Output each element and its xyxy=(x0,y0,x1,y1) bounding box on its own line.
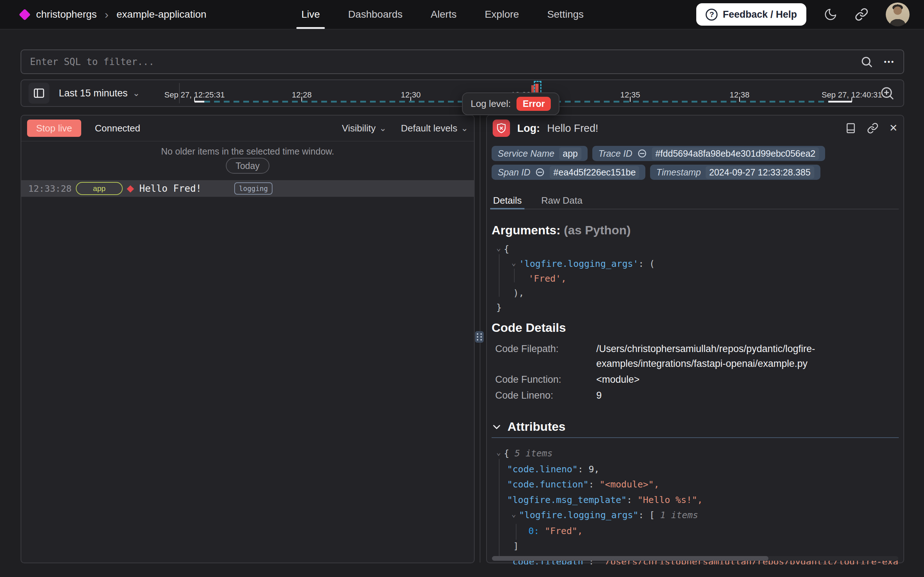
service-badge: app xyxy=(76,182,123,195)
breadcrumb-project[interactable]: example-application xyxy=(117,9,206,20)
breadcrumb: christophergs › example-application xyxy=(21,0,206,29)
copy-link-icon[interactable] xyxy=(867,122,879,134)
connection-status: Connected xyxy=(95,123,140,134)
arguments-code-block: ⌄{ ⌄'logfire.logging_args': ( 'Fred', ),… xyxy=(496,242,898,315)
tab-alerts[interactable]: Alerts xyxy=(431,0,456,29)
sql-filter-bar: ••• xyxy=(21,50,904,74)
log-time: 12:33:28 xyxy=(28,184,71,194)
service-name-badge[interactable]: Service Name app xyxy=(492,146,588,161)
tab-settings[interactable]: Settings xyxy=(547,0,583,29)
timeline-end-cap xyxy=(828,101,852,103)
divider xyxy=(492,437,899,438)
tab-raw-data[interactable]: Raw Data xyxy=(540,195,583,209)
breadcrumb-org[interactable]: christophergs xyxy=(36,9,97,20)
stop-live-button[interactable]: Stop live xyxy=(27,119,81,137)
nav-actions: ? Feedback / Help xyxy=(696,0,910,29)
panel-resize-handle[interactable] xyxy=(475,331,484,343)
tooltip-label: Log level: xyxy=(471,98,511,110)
zoom-in-icon[interactable] xyxy=(880,85,895,101)
detail-badges: Service Name app Trace ID #fdd5694a8fa98… xyxy=(492,146,825,180)
trace-id-badge[interactable]: Trace ID #fdd5694a8fa98eb4e301d99ebc056e… xyxy=(592,146,826,161)
code-function-row: Code Function: <module> xyxy=(495,372,897,387)
log-level-tooltip: Log level: Error xyxy=(462,92,559,115)
today-button[interactable]: Today xyxy=(226,158,270,174)
collapse-caret-icon[interactable]: ⌄ xyxy=(511,256,516,270)
visibility-dropdown[interactable]: Visibility ⌄ xyxy=(342,123,387,134)
chevron-down-icon: ⌄ xyxy=(461,124,468,132)
tab-details[interactable]: Details xyxy=(492,195,523,209)
tab-live[interactable]: Live xyxy=(301,0,320,29)
tab-dashboards[interactable]: Dashboards xyxy=(348,0,402,29)
live-panel-header: Stop live Connected Visibility ⌄ Default… xyxy=(21,116,474,142)
code-filepath-row: Code Filepath: /Users/christophersamiull… xyxy=(495,342,897,371)
log-message: Hello Fred! xyxy=(139,183,201,194)
timeline-start-cap xyxy=(194,101,204,103)
chevron-down-icon xyxy=(492,422,502,432)
attributes-heading[interactable]: Attributes xyxy=(492,419,566,434)
user-avatar[interactable] xyxy=(886,3,910,26)
dock-panel-icon[interactable] xyxy=(845,122,856,134)
default-levels-dropdown[interactable]: Default levels ⌄ xyxy=(401,123,468,134)
collapse-caret-icon[interactable]: ⌄ xyxy=(496,241,501,255)
live-logs-panel: Stop live Connected Visibility ⌄ Default… xyxy=(21,115,475,563)
detail-tabs: Details Raw Data xyxy=(492,195,899,210)
feedback-help-button[interactable]: ? Feedback / Help xyxy=(696,3,806,26)
log-row[interactable]: 12:33:28 app ◆ Hello Fred! logging xyxy=(21,180,474,197)
chevron-right-icon: › xyxy=(104,9,109,20)
code-lineno-row: Code Lineno: 9 xyxy=(495,388,897,403)
link-icon xyxy=(535,167,545,177)
error-shield-icon xyxy=(493,119,510,137)
attributes-json-block: ⌄{ 5 items "code.lineno": 9, "code.funct… xyxy=(496,446,898,564)
top-nav: christophergs › example-application Live… xyxy=(0,0,924,30)
log-detail-panel: Log: Hello Fred! ✕ Service Name app Tra xyxy=(486,115,904,563)
close-icon[interactable]: ✕ xyxy=(889,123,898,133)
detail-kind: Log: xyxy=(517,122,540,134)
span-id-badge[interactable]: Span ID #ea4d5f226ec151be xyxy=(492,164,645,180)
question-icon: ? xyxy=(705,9,718,21)
error-diamond-icon: ◆ xyxy=(127,183,134,194)
code-details-heading: Code Details xyxy=(492,321,566,335)
share-link-icon[interactable] xyxy=(855,8,868,21)
search-icon[interactable] xyxy=(860,55,873,68)
logfire-app: christophergs › example-application Live… xyxy=(0,0,924,577)
tab-explore[interactable]: Explore xyxy=(485,0,519,29)
code-details-table: Code Filepath: /Users/christophersamiull… xyxy=(495,342,897,404)
sql-filter-input[interactable] xyxy=(30,56,849,67)
link-icon xyxy=(637,148,647,158)
logger-tag: logging xyxy=(234,182,273,195)
timestamp-badge[interactable]: Timestamp 2024-09-27 12:33:28.385 xyxy=(650,164,820,180)
collapse-caret-icon[interactable]: ⌄ xyxy=(496,446,501,460)
horizontal-scrollbar[interactable] xyxy=(492,556,898,561)
theme-toggle-moon-icon[interactable] xyxy=(824,8,837,21)
collapse-caret-icon[interactable]: ⌄ xyxy=(511,506,516,522)
error-level-badge: Error xyxy=(516,97,551,111)
chevron-down-icon: ⌄ xyxy=(379,124,387,132)
logfire-logo-icon[interactable] xyxy=(19,9,31,21)
empty-window-message: No older items in the selected time wind… xyxy=(21,146,474,157)
more-options-icon[interactable]: ••• xyxy=(884,58,895,66)
arguments-heading: Arguments: (as Python) xyxy=(492,223,631,237)
detail-title: Hello Fred! xyxy=(547,122,598,134)
detail-header: Log: Hello Fred! ✕ xyxy=(493,117,898,139)
nav-tabs: Live Dashboards Alerts Explore Settings xyxy=(301,0,583,29)
